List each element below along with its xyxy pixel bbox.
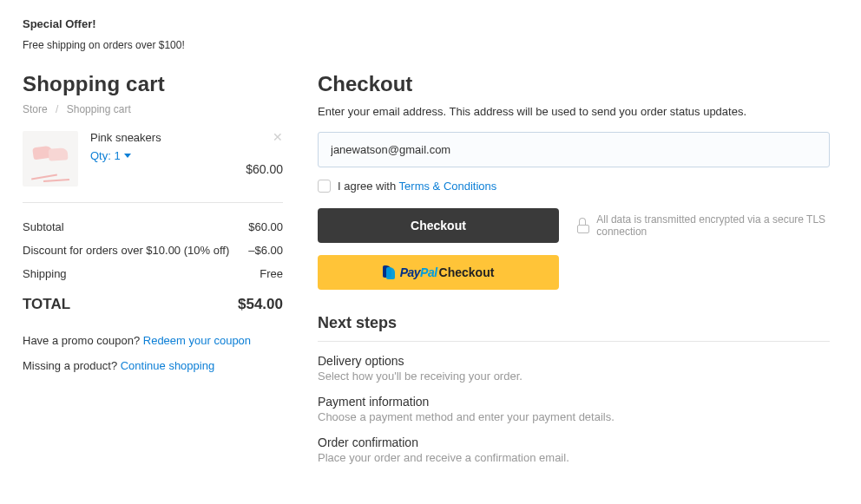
qty-selector[interactable]: Qty: 1 — [90, 149, 131, 162]
paypal-logo-icon — [383, 265, 397, 279]
step-desc: Choose a payment method and enter your p… — [318, 410, 830, 423]
discount-label: Discount for orders over $10.00 (10% off… — [23, 244, 229, 257]
cart-title: Shopping cart — [23, 72, 283, 96]
tls-text: All data is transmitted encrypted via a … — [596, 213, 830, 238]
checkout-title: Checkout — [318, 72, 830, 96]
product-name: Pink sneakers — [90, 131, 233, 144]
agree-row[interactable]: I agree with Terms & Conditions — [318, 180, 830, 193]
total-value: $54.00 — [238, 296, 283, 313]
paypal-pay: Pay — [400, 265, 420, 279]
continue-shopping-link[interactable]: Continue shopping — [121, 359, 214, 372]
subtotal-label: Subtotal — [23, 220, 64, 233]
step-title: Delivery options — [318, 354, 830, 368]
step-confirmation: Order confirmation Place your order and … — [318, 435, 830, 464]
agree-checkbox[interactable] — [318, 180, 331, 193]
missing-question: Missing a product? — [23, 359, 121, 372]
lock-icon — [576, 218, 588, 233]
terms-link[interactable]: Terms & Conditions — [399, 180, 497, 193]
tls-note: All data is transmitted encrypted via a … — [576, 213, 830, 238]
step-title: Payment information — [318, 395, 830, 409]
special-offer-text: Free shipping on orders over $100! — [23, 39, 830, 51]
subtotal-value: $60.00 — [248, 220, 283, 233]
product-thumbnail[interactable] — [23, 131, 78, 187]
discount-value: –$6.00 — [248, 244, 283, 257]
agree-text: I agree with — [338, 180, 399, 193]
qty-label: Qty: 1 — [90, 149, 121, 162]
shipping-value: Free — [260, 267, 283, 280]
step-desc: Place your order and receive a confirmat… — [318, 451, 830, 464]
special-offer-title: Special Offer! — [23, 17, 830, 30]
total-label: TOTAL — [23, 296, 70, 313]
step-delivery: Delivery options Select how you'll be re… — [318, 354, 830, 383]
chevron-down-icon — [124, 154, 131, 158]
breadcrumb-store[interactable]: Store — [23, 103, 48, 115]
breadcrumb-current: Shopping cart — [67, 103, 131, 115]
paypal-checkout-button[interactable]: PayPal Checkout — [318, 255, 559, 290]
breadcrumb-sep: / — [56, 103, 58, 115]
item-price: $60.00 — [246, 162, 283, 176]
checkout-desc: Enter your email address. This address w… — [318, 105, 830, 118]
step-desc: Select how you'll be receiving your orde… — [318, 370, 830, 383]
email-input[interactable] — [318, 132, 830, 167]
redeem-coupon-link[interactable]: Redeem your coupon — [143, 334, 251, 347]
checkout-button[interactable]: Checkout — [318, 208, 559, 243]
promo-question: Have a promo coupon? — [23, 334, 143, 347]
shipping-label: Shipping — [23, 267, 67, 280]
next-steps-title: Next steps — [318, 314, 830, 342]
breadcrumb: Store / Shopping cart — [23, 103, 283, 115]
paypal-suffix: Checkout — [439, 265, 495, 279]
cart-item: Pink sneakers Qty: 1 ✕ $60.00 — [23, 131, 283, 203]
paypal-pal: Pal — [420, 265, 437, 279]
step-title: Order confirmation — [318, 435, 830, 449]
step-payment: Payment information Choose a payment met… — [318, 395, 830, 423]
remove-item-button[interactable]: ✕ — [246, 131, 283, 143]
